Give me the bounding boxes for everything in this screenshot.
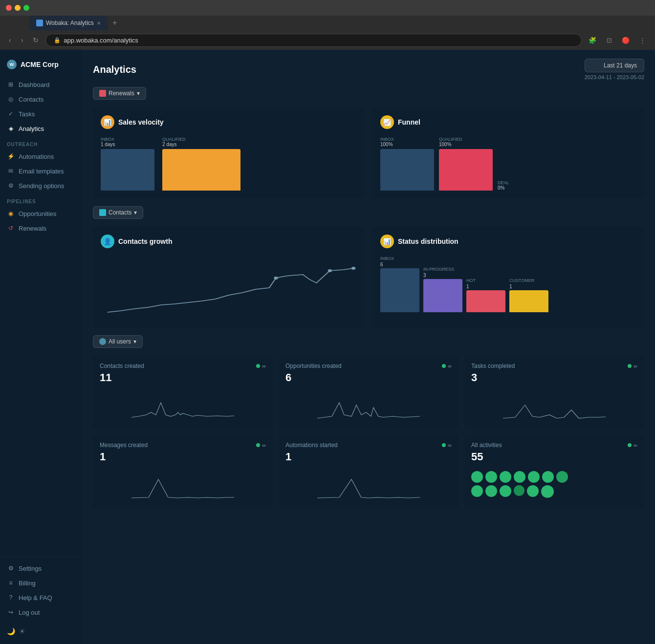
mini-chart-opportunities-created <box>285 388 452 422</box>
contacts-status-row: 👤 Contacts growth 📊 Status distribut <box>93 227 644 335</box>
sidebar-item-contacts[interactable]: ◎ Contacts <box>0 92 82 107</box>
stat-badge-value-automations-started: ∞ <box>448 442 452 448</box>
back-button[interactable]: ‹ <box>6 34 14 46</box>
menu-icon[interactable]: ⋮ <box>635 33 649 47</box>
activity-dot <box>485 471 497 483</box>
qualified-label: QUALIFIED <box>162 137 240 142</box>
renewals-filter-button[interactable]: Renewals ▾ <box>93 87 146 100</box>
email-templates-icon: ✉ <box>7 167 15 175</box>
status-inprogress-value: 3 <box>423 273 462 278</box>
main-content: Analytics Last 21 days 2023-04-11 - 2023… <box>82 50 655 644</box>
sidebar-label-logout: Log out <box>19 609 40 616</box>
sidebar-item-analytics[interactable]: ◈ Analytics <box>0 121 82 136</box>
status-customer-bar <box>509 290 548 312</box>
filter-row-contacts: Contacts ▾ <box>93 206 644 219</box>
activity-dot <box>471 485 483 497</box>
logout-icon: ↪ <box>7 608 15 616</box>
sidebar-label-analytics: Analytics <box>19 125 44 132</box>
page-title: Analytics <box>93 64 136 75</box>
new-tab-button[interactable]: + <box>108 19 122 27</box>
stat-badge-all-activities: ∞ <box>628 442 637 448</box>
traffic-lights[interactable] <box>6 5 29 11</box>
date-range-button[interactable]: Last 21 days <box>585 59 644 72</box>
theme-light-icon[interactable]: ☀ <box>19 627 25 635</box>
sidebar-label-help: Help & FAQ <box>19 594 52 601</box>
sidebar-item-opportunities[interactable]: ◉ Opportunities <box>0 206 82 221</box>
inbox-label: INBOX <box>101 137 154 142</box>
sales-velocity-header: 📊 Sales velocity <box>101 115 357 129</box>
sidebar-item-renewals[interactable]: ↺ Renewals <box>0 221 82 236</box>
stat-badge-tasks-completed: ∞ <box>628 363 637 369</box>
maximize-button[interactable] <box>23 5 29 11</box>
funnel-icon: 📈 <box>380 115 394 129</box>
sidebar-bottom: ⚙ Settings ≡ Billing ? Help & FAQ ↪ Log … <box>0 557 82 623</box>
all-users-filter-label: All users <box>109 338 131 345</box>
stats-grid-row2: Messages created ∞ 1 Automations started <box>93 435 644 509</box>
contacts-growth-header: 👤 Contacts growth <box>101 235 357 248</box>
inbox-days: 1 days <box>101 142 154 147</box>
browser-tab[interactable]: Wobaka: Analytics ✕ <box>29 16 108 30</box>
sidebar-label-settings: Settings <box>19 565 42 572</box>
status-inprogress-bar <box>423 279 462 312</box>
sidebar-item-sending-options[interactable]: ⚙ Sending options <box>0 178 82 193</box>
window-icon[interactable]: ⊡ <box>602 33 616 47</box>
sidebar-item-logout[interactable]: ↪ Log out <box>0 605 82 620</box>
activity-dot <box>556 471 568 483</box>
stat-dot-messages-created <box>256 443 260 447</box>
stat-value-contacts-created: 11 <box>100 371 266 384</box>
sidebar-item-settings[interactable]: ⚙ Settings <box>0 561 82 576</box>
tab-title: Wobaka: Analytics <box>46 20 94 26</box>
opportunities-icon: ◉ <box>7 210 15 217</box>
minimize-button[interactable] <box>15 5 21 11</box>
stat-dot-contacts-created <box>256 364 260 368</box>
inbox-bar <box>101 149 154 191</box>
extensions-icon[interactable]: 🧩 <box>586 33 599 47</box>
sidebar-item-tasks[interactable]: ✓ Tasks <box>0 107 82 121</box>
stat-badge-value-opportunities-created: ∞ <box>448 363 452 369</box>
pipelines-section-label: PIPELINES <box>0 193 82 206</box>
activity-dot <box>500 485 511 497</box>
status-customer-value: 1 <box>509 284 548 289</box>
tasks-icon: ✓ <box>7 110 15 118</box>
status-dist-icon: 📊 <box>380 235 394 248</box>
page-header: Analytics Last 21 days 2023-04-11 - 2023… <box>93 59 644 80</box>
theme-dark-icon[interactable]: 🌙 <box>7 627 15 635</box>
stat-card-opportunities-created: Opportunities created ∞ 6 <box>279 356 458 429</box>
sidebar-item-billing[interactable]: ≡ Billing <box>0 576 82 590</box>
billing-icon: ≡ <box>7 579 15 587</box>
sales-velocity-title: Sales velocity <box>118 118 164 126</box>
stat-title-opportunities-created: Opportunities created <box>285 363 342 369</box>
stat-badge-messages-created: ∞ <box>256 442 266 448</box>
all-users-filter-button[interactable]: All users ▾ <box>93 335 143 348</box>
renewals-filter-chevron: ▾ <box>137 90 140 97</box>
activity-dot <box>514 471 525 483</box>
lock-icon: 🔒 <box>54 37 61 43</box>
contacts-filter-button[interactable]: Contacts ▾ <box>93 206 143 219</box>
forward-button[interactable]: › <box>18 34 26 46</box>
funnel-qualified-label: QUALIFIED <box>439 137 493 142</box>
contacts-icon: ◎ <box>7 95 15 103</box>
filter-row-pipelines: Renewals ▾ <box>93 87 644 100</box>
stat-card-contacts-created: Contacts created ∞ 11 <box>93 356 273 429</box>
refresh-button[interactable]: ↻ <box>30 34 42 46</box>
status-dist-title: Status distribution <box>398 237 458 245</box>
activity-dot <box>527 485 539 497</box>
stat-card-tasks-completed: Tasks completed ∞ 3 <box>464 356 644 429</box>
tab-close-icon[interactable]: ✕ <box>97 21 101 26</box>
contacts-filter-chevron: ▾ <box>134 209 137 216</box>
sidebar: W ACME Corp ⊞ Dashboard ◎ Contacts ✓ Tas… <box>0 50 82 644</box>
funnel-panel: 📈 Funnel INBOX 100% QUALIFIED 100% <box>372 107 644 198</box>
sales-velocity-icon: 📊 <box>101 115 114 129</box>
activity-dot <box>500 471 511 483</box>
sidebar-item-dashboard[interactable]: ⊞ Dashboard <box>0 77 82 92</box>
url-bar[interactable]: 🔒 app.wobaka.com/analytics <box>45 34 582 47</box>
close-button[interactable] <box>6 5 12 11</box>
profile-icon[interactable]: 🔴 <box>619 33 633 47</box>
sidebar-item-help[interactable]: ? Help & FAQ <box>0 590 82 605</box>
status-hot-value: 1 <box>466 284 505 289</box>
sidebar-item-email-templates[interactable]: ✉ Email templates <box>0 164 82 178</box>
velocity-funnel-row: 📊 Sales velocity INBOX 1 days QUALIFIED … <box>93 107 644 206</box>
dashboard-icon: ⊞ <box>7 81 15 88</box>
stat-title-automations-started: Automations started <box>285 442 338 449</box>
sidebar-item-automations[interactable]: ⚡ Automations <box>0 149 82 164</box>
